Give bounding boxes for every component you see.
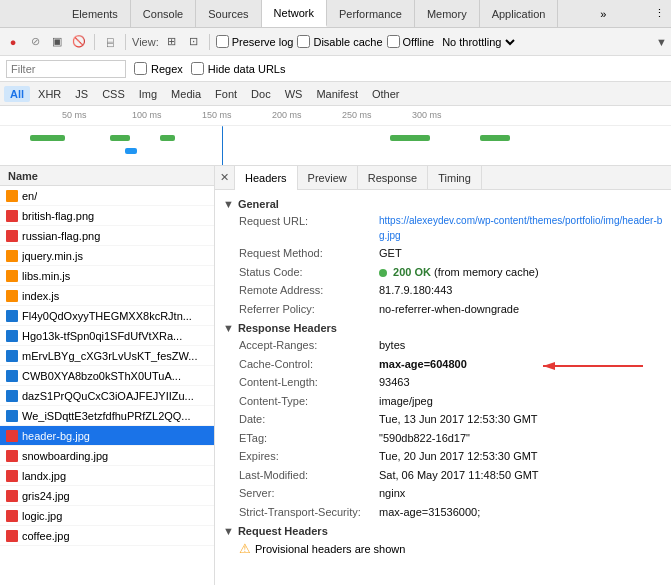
hide-data-urls-group: Hide data URLs — [191, 62, 286, 75]
tab-network[interactable]: Network — [262, 0, 327, 27]
timeline-area: 50 ms100 ms150 ms200 ms250 ms300 ms — [0, 106, 671, 166]
toolbar-more-icon[interactable]: ▼ — [656, 36, 667, 48]
file-row[interactable]: dazS1PrQQuCxC3iOAJFEJYIIZu... — [0, 386, 214, 406]
filter-input[interactable] — [6, 60, 126, 78]
date-key: Date: — [239, 411, 379, 428]
file-type-icon — [6, 430, 18, 442]
response-headers-section-header[interactable]: ▼ Response Headers — [223, 318, 663, 336]
type-filter-manifest[interactable]: Manifest — [310, 86, 364, 102]
tab-sources[interactable]: Sources — [196, 0, 261, 27]
tab-memory[interactable]: Memory — [415, 0, 480, 27]
detail-tab-preview[interactable]: Preview — [298, 166, 358, 190]
file-name-label: libs.min.js — [22, 270, 70, 282]
accept-ranges-val: bytes — [379, 337, 405, 354]
remote-address-val: 81.7.9.180:443 — [379, 282, 452, 299]
file-row[interactable]: coffee.jpg — [0, 526, 214, 546]
file-row[interactable]: We_iSDqttE3etzfdfhuPRfZL2QQ... — [0, 406, 214, 426]
ruler-tick-3: 200 ms — [272, 110, 302, 120]
sts-row: Strict-Transport-Security: max-age=31536… — [223, 503, 663, 522]
tab-performance[interactable]: Performance — [327, 0, 415, 27]
request-headers-section-header[interactable]: ▼ Request Headers — [223, 521, 663, 539]
detail-tab-response[interactable]: Response — [358, 166, 429, 190]
file-row[interactable]: jquery.min.js — [0, 246, 214, 266]
file-type-icon — [6, 190, 18, 202]
detail-tab-timing[interactable]: Timing — [428, 166, 482, 190]
date-row: Date: Tue, 13 Jun 2017 12:53:30 GMT — [223, 410, 663, 429]
file-row[interactable]: Fl4y0QdOxyyTHEGMXX8kcRJtn... — [0, 306, 214, 326]
file-row[interactable]: Hgo13k-tfSpn0qi1SFdUfVtXRa... — [0, 326, 214, 346]
type-filter-font[interactable]: Font — [209, 86, 243, 102]
file-row[interactable]: logic.jpg — [0, 506, 214, 526]
ruler-tick-0: 50 ms — [62, 110, 87, 120]
general-status-code-row: Status Code: 200 OK (from memory cache) — [223, 263, 663, 282]
file-row[interactable]: index.js — [0, 286, 214, 306]
file-type-icon — [6, 410, 18, 422]
ruler-tick-4: 250 ms — [342, 110, 372, 120]
disable-cache-checkbox[interactable] — [297, 35, 310, 48]
file-row[interactable]: header-bg.jpg — [0, 426, 214, 446]
file-row[interactable]: landx.jpg — [0, 466, 214, 486]
content-type-row: Content-Type: image/jpeg — [223, 392, 663, 411]
filter-button[interactable]: ⌸ — [101, 33, 119, 51]
detail-tab-headers[interactable]: Headers — [235, 166, 298, 190]
file-type-icon — [6, 330, 18, 342]
request-method-key: Request Method: — [239, 245, 379, 262]
file-row[interactable]: libs.min.js — [0, 266, 214, 286]
type-filter-xhr[interactable]: XHR — [32, 86, 67, 102]
general-section-title: General — [238, 198, 279, 210]
cache-control-val: max-age=604800 — [379, 356, 467, 373]
file-row[interactable]: gris24.jpg — [0, 486, 214, 506]
file-name-label: snowboarding.jpg — [22, 450, 108, 462]
file-name-label: jquery.min.js — [22, 250, 83, 262]
throttle-select[interactable]: No throttling — [438, 35, 518, 49]
general-request-url-row: Request URL: https://alexeydev.com/wp-co… — [223, 212, 663, 244]
offline-checkbox[interactable] — [387, 35, 400, 48]
provisional-label: Provisional headers are shown — [255, 543, 405, 555]
stop-button[interactable]: ⊘ — [26, 33, 44, 51]
type-filter-ws[interactable]: WS — [279, 86, 309, 102]
record-button[interactable]: ● — [4, 33, 22, 51]
type-filter-other[interactable]: Other — [366, 86, 406, 102]
ruler-tick-1: 100 ms — [132, 110, 162, 120]
hide-data-urls-checkbox[interactable] — [191, 62, 204, 75]
view-large-button[interactable]: ⊞ — [163, 33, 181, 51]
type-filter-img[interactable]: Img — [133, 86, 163, 102]
screenshot-button[interactable]: ▣ — [48, 33, 66, 51]
chevron-right-icon: » — [600, 8, 606, 20]
file-row[interactable]: snowboarding.jpg — [0, 446, 214, 466]
toolbar-separator-3 — [209, 34, 210, 50]
server-key: Server: — [239, 485, 379, 502]
timeline-bar-1 — [30, 135, 65, 141]
detail-close-button[interactable]: ✕ — [215, 166, 235, 190]
general-section-header[interactable]: ▼ General — [223, 194, 663, 212]
type-filter-js[interactable]: JS — [69, 86, 94, 102]
timeline-bar-5 — [480, 135, 510, 141]
file-type-icon — [6, 210, 18, 222]
disable-cache-label: Disable cache — [313, 36, 382, 48]
content-type-val: image/jpeg — [379, 393, 433, 410]
file-name-label: Hgo13k-tfSpn0qi1SFdUfVtXRa... — [22, 330, 182, 342]
expires-row: Expires: Tue, 20 Jun 2017 12:53:30 GMT — [223, 447, 663, 466]
regex-checkbox[interactable] — [134, 62, 147, 75]
settings-button[interactable]: ⋮ — [648, 0, 671, 27]
clear-button[interactable]: 🚫 — [70, 33, 88, 51]
more-tabs-button[interactable]: » — [594, 0, 612, 27]
close-icon: ✕ — [220, 171, 229, 184]
file-row[interactable]: CWB0XYA8bzo0kSThX0UTuA... — [0, 366, 214, 386]
file-row[interactable]: mErvLBYg_cXG3rLvUsKT_fesZW... — [0, 346, 214, 366]
file-row[interactable]: british-flag.png — [0, 206, 214, 226]
tab-application[interactable]: Application — [480, 0, 559, 27]
type-filter-media[interactable]: Media — [165, 86, 207, 102]
type-filter-doc[interactable]: Doc — [245, 86, 277, 102]
file-row[interactable]: en/ — [0, 186, 214, 206]
tab-console[interactable]: Console — [131, 0, 196, 27]
preserve-log-checkbox[interactable] — [216, 35, 229, 48]
type-filter-css[interactable]: CSS — [96, 86, 131, 102]
view-small-button[interactable]: ⊡ — [185, 33, 203, 51]
tab-elements[interactable]: Elements — [60, 0, 131, 27]
file-row[interactable]: russian-flag.png — [0, 226, 214, 246]
request-url-key: Request URL: — [239, 213, 379, 243]
regex-label: Regex — [151, 63, 183, 75]
type-filter-all[interactable]: All — [4, 86, 30, 102]
last-modified-row: Last-Modified: Sat, 06 May 2017 11:48:50… — [223, 466, 663, 485]
